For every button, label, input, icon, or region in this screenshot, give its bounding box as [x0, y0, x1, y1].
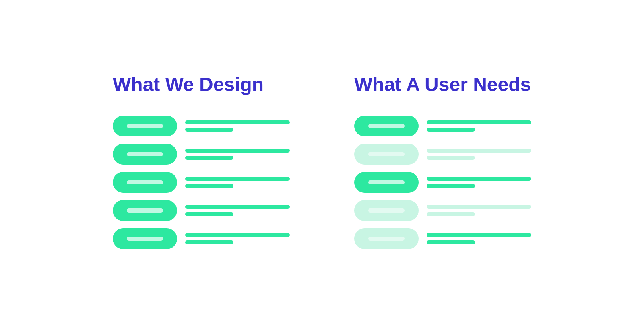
pill-inner [368, 124, 405, 128]
lines-group [185, 149, 290, 160]
line-long [185, 120, 290, 124]
table-row [113, 228, 290, 249]
line-short [185, 184, 233, 188]
lines-group [427, 177, 531, 188]
table-row [354, 172, 531, 193]
lines-group [427, 120, 531, 132]
lines-group [185, 120, 290, 132]
main-container: What We Design [113, 73, 531, 249]
table-row [354, 144, 531, 165]
pill-inner [127, 180, 163, 184]
pill-faded [354, 144, 419, 165]
pill-inner [368, 208, 405, 213]
lines-group [427, 149, 531, 160]
table-row [113, 144, 290, 165]
table-row [113, 200, 290, 221]
right-rows [354, 116, 531, 249]
line-long [427, 177, 531, 181]
pill [113, 200, 177, 221]
line-short-faded [427, 156, 475, 160]
pill [113, 228, 177, 249]
pill [113, 116, 177, 136]
line-long [185, 233, 290, 237]
pill [113, 172, 177, 193]
right-panel-title: What A User Needs [354, 73, 531, 95]
line-short-faded [427, 212, 475, 216]
line-long [427, 120, 531, 124]
line-long [185, 149, 290, 153]
pill-faded [354, 200, 419, 221]
right-panel: What A User Needs [354, 73, 531, 249]
pill-inner [127, 152, 163, 156]
pill-faded [354, 228, 419, 249]
left-rows [113, 116, 290, 249]
pill-inner [127, 208, 163, 213]
line-long [185, 177, 290, 181]
pill [354, 172, 419, 193]
pill [354, 116, 419, 136]
line-short [185, 128, 233, 132]
line-short [427, 128, 475, 132]
line-long-faded [427, 205, 531, 209]
pill [113, 144, 177, 165]
line-short [427, 184, 475, 188]
line-short [185, 212, 233, 216]
line-short [185, 240, 233, 244]
table-row [354, 228, 531, 249]
pill-inner [368, 237, 405, 241]
lines-group [185, 233, 290, 244]
table-row [354, 200, 531, 221]
line-long [427, 233, 531, 237]
line-long [185, 205, 290, 209]
lines-group [185, 177, 290, 188]
lines-group [427, 233, 531, 244]
pill-inner [127, 124, 163, 128]
pill-inner [368, 152, 405, 156]
line-short [185, 156, 233, 160]
table-row [113, 116, 290, 136]
left-panel-title: What We Design [113, 73, 264, 95]
line-long-faded [427, 149, 531, 153]
left-panel: What We Design [113, 73, 290, 249]
table-row [354, 116, 531, 136]
table-row [113, 172, 290, 193]
lines-group [185, 205, 290, 216]
pill-inner [127, 237, 163, 241]
line-short [427, 240, 475, 244]
lines-group [427, 205, 531, 216]
pill-inner [368, 180, 405, 184]
